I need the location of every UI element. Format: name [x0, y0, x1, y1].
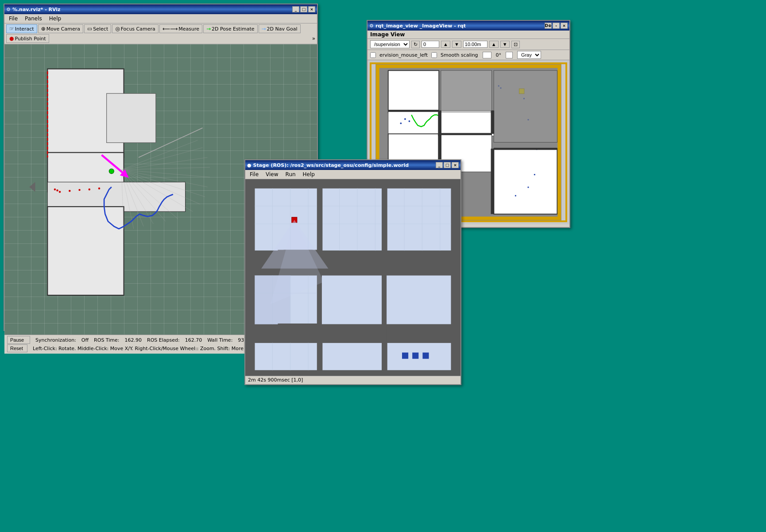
move-camera-icon: ⊕: [41, 26, 46, 32]
color-swatch: [483, 52, 491, 58]
imageview-close-button[interactable]: ×: [561, 23, 568, 29]
toolbar-more-button[interactable]: »: [312, 35, 315, 42]
stage-menu-run[interactable]: Run: [284, 171, 298, 178]
svg-rect-49: [528, 187, 529, 188]
imageview-label: Image View: [368, 31, 569, 39]
stage-close-button[interactable]: ×: [452, 162, 459, 168]
toolbar-focus-camera-button[interactable]: ◎ Focus Camera: [112, 24, 159, 33]
stage-menu-file[interactable]: File: [248, 171, 260, 178]
svg-rect-110: [382, 343, 387, 370]
2d-nav-icon: →: [262, 26, 266, 32]
toolbar-2d-pose-button[interactable]: → 2D Pose Estimate: [203, 24, 258, 33]
stage-window: ● Stage (ROS): /ros2_ws/src/stage_osu/co…: [244, 159, 461, 385]
spinner-input[interactable]: [422, 41, 439, 48]
toolbar-publish-point-button[interactable]: ● Publish Point: [6, 34, 49, 43]
svg-line-9: [121, 167, 210, 170]
rviz-menu-help[interactable]: Help: [47, 15, 63, 22]
svg-rect-114: [422, 353, 429, 359]
reset-button[interactable]: Reset: [7, 344, 27, 352]
stage-maximize-button[interactable]: □: [444, 162, 451, 168]
svg-line-6: [121, 140, 197, 170]
smooth-scaling-label: Smooth scaling: [441, 52, 478, 58]
imageview-minimize-button[interactable]: -: [553, 23, 560, 29]
rviz-menu-file[interactable]: File: [7, 15, 19, 22]
svg-rect-112: [402, 353, 408, 359]
svg-line-8: [121, 158, 208, 170]
svg-marker-32: [29, 182, 35, 192]
rotation-value: 0°: [496, 52, 502, 58]
svg-point-25: [54, 189, 56, 190]
toolbar-select-button[interactable]: ▭ Select: [84, 24, 111, 33]
toolbar-interact-button[interactable]: ☞ Interact: [6, 24, 37, 33]
stage-title-area: ● Stage (ROS): /ros2_ws/src/stage_osu/co…: [247, 162, 409, 168]
stage-viewport[interactable]: [245, 179, 460, 376]
stage-menu-view[interactable]: View: [264, 171, 280, 178]
svg-rect-85: [317, 188, 322, 251]
interact-label: Interact: [15, 26, 34, 32]
spinner-down-button[interactable]: ▼: [452, 41, 461, 48]
stage-minimize-button[interactable]: _: [436, 162, 443, 168]
svg-line-7: [121, 147, 202, 170]
topic-select[interactable]: /supervision: [370, 40, 410, 48]
imageview-toolbar-1: /supervision ↻ ▲ ▼ ▲ ▼ ⊡: [368, 39, 569, 50]
spinner-up-button[interactable]: ▲: [441, 41, 450, 48]
pause-button[interactable]: Pause: [7, 336, 30, 344]
svg-rect-87: [382, 188, 387, 251]
rviz-toolbar: ☞ Interact ⊕ Move Camera ▭ Select ◎ Focu…: [4, 23, 317, 44]
rviz-titlebar: ⚙ %.nav.rviz* - RViz _ □ ×: [4, 4, 317, 14]
select-label: Select: [93, 26, 108, 32]
rviz-window-controls: _ □ ×: [292, 6, 315, 12]
svg-rect-109: [317, 343, 322, 370]
scale-up-button[interactable]: ▲: [489, 41, 499, 48]
svg-rect-34: [388, 70, 439, 112]
svg-point-28: [69, 190, 70, 192]
svg-rect-103: [255, 343, 317, 370]
2d-nav-label: 2D Nav Goal: [267, 26, 298, 32]
stage-menubar: File View Run Help: [245, 170, 460, 179]
2d-pose-icon: →: [206, 26, 211, 32]
publish-point-label: Publish Point: [15, 36, 46, 42]
toolbar-2d-nav-button[interactable]: → 2D Nav Goal: [259, 24, 301, 33]
rviz-title-icon: ⚙: [6, 7, 11, 12]
stage-titlebar: ● Stage (ROS): /ros2_ws/src/stage_osu/co…: [245, 160, 460, 170]
stage-status-text: 2m 42s 900msec [1,0]: [248, 377, 303, 383]
toolbar-measure-button[interactable]: ⟵⟶ Measure: [159, 24, 202, 33]
imageview-help-button[interactable]: D⊕: [545, 23, 552, 29]
svg-point-62: [404, 118, 406, 120]
scale-input[interactable]: [463, 41, 487, 48]
ros-elapsed-label: ROS Elapsed:: [147, 337, 180, 343]
svg-point-63: [409, 120, 410, 122]
stage-menu-help[interactable]: Help: [301, 171, 317, 178]
colormap-select[interactable]: Gray: [517, 51, 541, 59]
svg-point-64: [400, 123, 402, 124]
svg-rect-54: [438, 111, 441, 136]
rviz-menu-panels[interactable]: Panels: [23, 15, 44, 22]
svg-rect-55: [491, 111, 495, 134]
mouse-left-label: ervision_mouse_left: [379, 52, 428, 58]
svg-rect-57: [491, 149, 495, 214]
svg-rect-99: [321, 324, 386, 343]
focus-camera-icon: ◎: [115, 26, 120, 32]
imageview-title-icon: ⚙: [369, 23, 374, 29]
svg-line-10: [121, 170, 210, 177]
imageview-window-controls: D⊕ - ×: [545, 23, 568, 29]
smooth-scaling-checkbox[interactable]: [431, 52, 437, 58]
refresh-button[interactable]: ↻: [411, 41, 420, 48]
rviz-minimize-button[interactable]: _: [292, 6, 299, 12]
rviz-maximize-button[interactable]: □: [300, 6, 307, 12]
toolbar-move-camera-button[interactable]: ⊕ Move Camera: [38, 24, 83, 33]
svg-point-27: [59, 191, 61, 193]
svg-rect-59: [441, 133, 491, 135]
scale-down-button[interactable]: ▼: [500, 41, 510, 48]
mouse-left-checkbox[interactable]: [370, 52, 376, 58]
fit-button[interactable]: ⊡: [511, 41, 520, 48]
focus-camera-label: Focus Camera: [121, 26, 155, 32]
svg-rect-41: [494, 149, 557, 214]
ros-time-label: ROS Time:: [94, 337, 119, 343]
svg-rect-52: [441, 70, 491, 112]
svg-rect-100: [387, 324, 451, 343]
svg-rect-113: [412, 353, 418, 359]
rviz-title-area: ⚙ %.nav.rviz* - RViz: [6, 7, 61, 12]
ros-elapsed-value: 162.70: [185, 337, 202, 343]
rviz-close-button[interactable]: ×: [308, 6, 315, 12]
